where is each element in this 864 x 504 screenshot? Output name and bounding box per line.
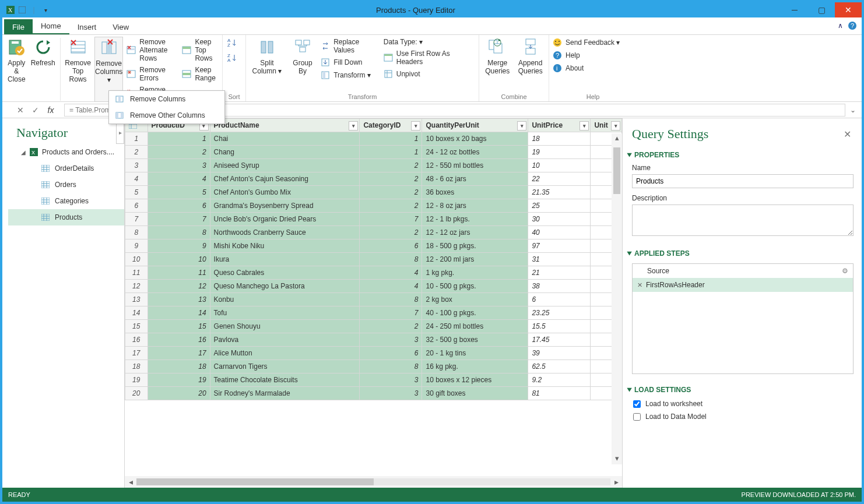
close-button[interactable]: ✕ [835,2,862,17]
cell-unitprice[interactable]: 40 [528,226,591,239]
replace-values-button[interactable]: Replace Values [321,38,380,54]
load-worksheet-check[interactable]: Load to worksheet [626,397,854,410]
qat-save-icon[interactable] [17,5,27,15]
row-number[interactable]: 6 [125,199,148,213]
cell-productname[interactable]: Genen Shouyu [210,320,360,333]
cell-quantity[interactable]: 18 - 500 g pkgs. [422,239,528,253]
description-input[interactable] [632,205,854,236]
cell-productname[interactable]: Aniseed Syrup [210,159,360,172]
cell-unitprice[interactable]: 19 [528,146,591,159]
cell-quantity[interactable]: 12 - 12 oz jars [422,226,528,239]
cell-unitprice[interactable]: 15.5 [528,320,591,333]
nav-item-categories[interactable]: Categories [8,193,124,209]
cell-productid[interactable]: 1 [147,132,210,146]
cell-categoryid[interactable]: 8 [360,293,422,306]
merge-queries-button[interactable]: Merge Queries [483,37,512,92]
cell-unitprice[interactable]: 21 [528,266,591,280]
cell-productid[interactable]: 11 [147,266,210,280]
row-number[interactable]: 4 [125,172,148,186]
transform-button[interactable]: Transform ▾ [321,71,380,80]
cell-unitprice[interactable]: 39 [528,347,591,360]
cell-categoryid[interactable]: 6 [360,347,422,360]
cell-productid[interactable]: 15 [147,320,210,333]
column-header-unit[interactable]: Unit▾ [591,119,622,132]
cell-productname[interactable]: Uncle Bob's Organic Dried Pears [210,213,360,226]
table-row[interactable]: 1010Ikura812 - 200 ml jars31 [125,253,622,266]
cell-productname[interactable]: Carnarvon Tigers [210,360,360,373]
table-row[interactable]: 77Uncle Bob's Organic Dried Pears712 - 1… [125,213,622,226]
cell-quantity[interactable]: 16 kg pkg. [422,360,528,373]
cell-productid[interactable]: 17 [147,347,210,360]
cell-productname[interactable]: Chai [210,132,360,146]
refresh-button[interactable]: Refresh [31,37,55,102]
table-row[interactable]: 1414Tofu740 - 100 g pkgs.23.25 [125,306,622,320]
cell-productname[interactable]: Konbu [210,293,360,306]
row-number[interactable]: 14 [125,306,148,320]
filter-button[interactable]: ▾ [579,121,589,131]
row-number[interactable]: 20 [125,387,148,400]
cell-quantity[interactable]: 24 - 250 ml bottles [422,320,528,333]
step-delete-icon[interactable]: ✕ [637,281,642,289]
vertical-scrollbar[interactable]: ▴ ▾ [612,133,622,464]
cell-productid[interactable]: 18 [147,360,210,373]
cell-unitprice[interactable]: 10 [528,159,591,172]
table-row[interactable]: 88Northwoods Cranberry Sauce212 - 12 oz … [125,226,622,239]
table-row[interactable]: 2020Sir Rodney's Marmalade330 gift boxes… [125,387,622,400]
section-applied-steps[interactable]: ▶APPLIED STEPS [626,246,854,261]
send-feedback-button[interactable]: Send Feedback ▾ [553,38,620,47]
formula-cancel[interactable]: ✕ [13,105,28,115]
cell-quantity[interactable]: 24 - 12 oz bottles [422,146,528,159]
horizontal-scrollbar[interactable]: ◂ ▸ [125,476,622,488]
cell-quantity[interactable]: 48 - 6 oz jars [422,172,528,186]
cell-quantity[interactable]: 12 - 1 lb pkgs. [422,213,528,226]
cell-productid[interactable]: 7 [147,213,210,226]
maximize-button[interactable]: ▢ [808,2,835,17]
cell-productid[interactable]: 4 [147,172,210,186]
help-icon[interactable]: ? [848,21,857,30]
cell-unitprice[interactable]: 18 [528,132,591,146]
tab-file[interactable]: File [4,19,33,34]
row-number[interactable]: 17 [125,347,148,360]
cell-categoryid[interactable]: 3 [360,373,422,387]
unpivot-button[interactable]: Unpivot [384,69,475,79]
cell-productid[interactable]: 14 [147,306,210,320]
cell-categoryid[interactable]: 8 [360,360,422,373]
cell-unitprice[interactable]: 38 [528,280,591,293]
cell-categoryid[interactable]: 8 [360,253,422,266]
help-button[interactable]: ?Help [553,51,620,60]
apply-close-button[interactable]: Apply & Close [6,37,27,102]
cell-productname[interactable]: Mishi Kobe Niku [210,239,360,253]
cell-unitprice[interactable]: 25 [528,199,591,213]
row-number[interactable]: 18 [125,360,148,373]
about-button[interactable]: iAbout [553,64,620,73]
cell-productid[interactable]: 12 [147,280,210,293]
table-row[interactable]: 1313Konbu82 kg box6 [125,293,622,306]
sort-desc-button[interactable]: ZA [226,53,236,62]
cell-productid[interactable]: 8 [147,226,210,239]
filter-button[interactable]: ▾ [349,121,358,131]
formula-commit[interactable]: ✓ [28,105,43,115]
cell-quantity[interactable]: 32 - 500 g boxes [422,333,528,347]
table-row[interactable]: 44Chef Anton's Cajun Seasoning248 - 6 oz… [125,172,622,186]
sort-asc-button[interactable]: AZ [226,38,236,47]
table-row[interactable]: 1919Teatime Chocolate Biscuits310 boxes … [125,373,622,387]
cell-productid[interactable]: 3 [147,159,210,172]
row-number[interactable]: 1 [125,132,148,146]
table-row[interactable]: 11Chai110 boxes x 20 bags18 [125,132,622,146]
column-header-categoryid[interactable]: CategoryID▾ [360,119,422,132]
section-load-settings[interactable]: ▶LOAD SETTINGS [626,382,854,397]
cell-quantity[interactable]: 12 - 550 ml bottles [422,159,528,172]
group-by-button[interactable]: Group By [288,37,317,92]
cell-productid[interactable]: 16 [147,333,210,347]
cell-categoryid[interactable]: 3 [360,387,422,400]
nav-root[interactable]: ◢ X Products and Orders.... [8,145,124,160]
collapse-ribbon-icon[interactable]: ∧ [838,22,843,30]
load-datamodel-check[interactable]: Load to Data Model [626,410,854,423]
cell-unitprice[interactable]: 31 [528,253,591,266]
filter-button[interactable]: ▾ [411,121,420,131]
cell-productname[interactable]: Queso Manchego La Pastora [210,280,360,293]
cell-quantity[interactable]: 30 gift boxes [422,387,528,400]
table-row[interactable]: 99Mishi Kobe Niku618 - 500 g pkgs.97 [125,239,622,253]
section-properties[interactable]: ▶PROPERTIES [626,147,854,163]
column-header-unitprice[interactable]: UnitPrice▾ [528,119,591,132]
